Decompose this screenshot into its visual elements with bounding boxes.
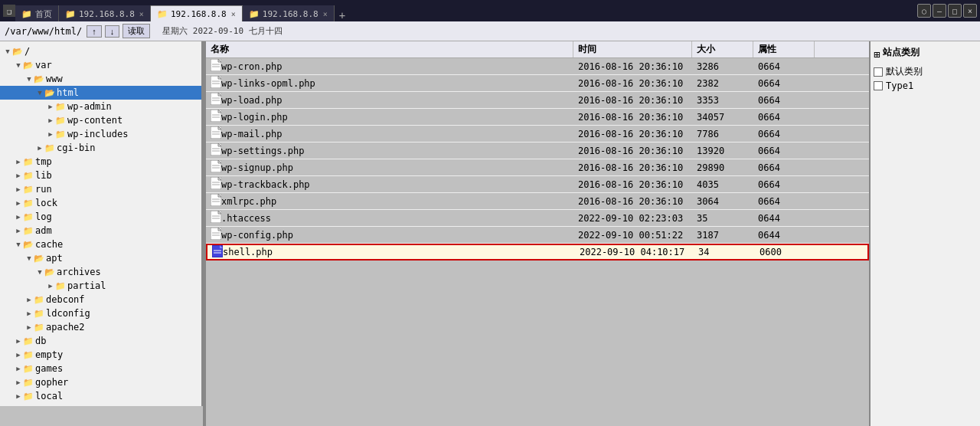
tree-item-partial[interactable]: ▶📁partial — [0, 279, 201, 293]
maximize-button[interactable]: — — [933, 4, 946, 18]
nav-up-button[interactable]: ↑ — [87, 25, 102, 38]
expand-icon[interactable]: ▶ — [14, 212, 23, 221]
expand-icon[interactable]: ▼ — [24, 254, 34, 263]
tree-item-apache2[interactable]: ▶📁apache2 — [0, 320, 201, 334]
expand-icon[interactable]: ▶ — [14, 157, 23, 166]
tree-item-db[interactable]: ▶📁db — [0, 334, 201, 348]
expand-icon[interactable]: ▶ — [46, 102, 55, 111]
tree-item-local[interactable]: ▶📁local — [0, 389, 201, 403]
tab-ip2-close[interactable]: × — [231, 10, 236, 18]
tree-item-lock[interactable]: ▶📁lock — [0, 196, 201, 210]
file-row-wp-signup-php[interactable]: wp-signup.php2016-08-16 20:36:1029890066… — [206, 159, 869, 176]
tree-item-empty[interactable]: ▶📁empty — [0, 348, 201, 362]
tree-item-debconf[interactable]: ▶📁debconf — [0, 293, 201, 306]
expand-icon[interactable]: ▶ — [14, 171, 23, 180]
file-name-cell: wp-load.php — [206, 92, 573, 108]
expand-icon[interactable]: ▼ — [3, 47, 12, 56]
sidebar-item-Type1[interactable]: Type1 — [874, 80, 977, 91]
folder-icon: 📁 — [23, 349, 34, 360]
file-row-wp-links-opml-php[interactable]: wp-links-opml.php2016-08-16 20:36:102382… — [206, 75, 869, 92]
expand-icon[interactable]: ▶ — [24, 295, 34, 304]
tree-item-lib[interactable]: ▶📁lib — [0, 169, 201, 182]
tree-item-wp-includes[interactable]: ▶📁wp-includes — [0, 127, 201, 141]
tree-item-wp-content[interactable]: ▶📁wp-content — [0, 113, 201, 127]
tab-ip1-close[interactable]: × — [139, 10, 144, 18]
tree-item-ldconfig[interactable]: ▶📁ldconfig — [0, 306, 201, 320]
folder-icon: 📁 — [23, 363, 34, 374]
file-size-cell: 3353 — [692, 92, 753, 108]
expand-icon[interactable]: ▶ — [14, 364, 23, 373]
sidebar-checkbox[interactable] — [874, 67, 883, 77]
tree-label: tmp — [35, 156, 52, 167]
tree-item-var[interactable]: ▼📂var — [0, 58, 201, 72]
file-row-wp-login-php[interactable]: wp-login.php2016-08-16 20:36:10340570664 — [206, 109, 869, 126]
expand-icon[interactable]: ▶ — [24, 309, 34, 318]
tree-item-wp-admin[interactable]: ▶📁wp-admin — [0, 100, 201, 113]
tree-item-www[interactable]: ▼📂www — [0, 72, 201, 86]
close-button[interactable]: × — [963, 4, 977, 18]
tab-ip3-close[interactable]: × — [323, 10, 328, 18]
tree-label: cache — [35, 239, 63, 250]
file-size-cell: 34 — [694, 245, 755, 259]
tree-item-cache[interactable]: ▼📂cache — [0, 238, 201, 251]
tab-ip1[interactable]: 📁192.168.8.8× — [59, 5, 151, 21]
expand-icon[interactable]: ▶ — [14, 198, 23, 208]
tree-item-adm[interactable]: ▶📁adm — [0, 224, 201, 238]
file-time-cell: 2016-08-16 20:36:10 — [573, 159, 692, 175]
file-row-wp-config-php[interactable]: wp-config.php2022-09-10 00:51:2231870644 — [206, 227, 869, 244]
tree-item-cgi-bin[interactable]: ▶📁cgi-bin — [0, 141, 201, 155]
file-row-wp-mail-php[interactable]: wp-mail.php2016-08-16 20:36:1077860664 — [206, 126, 869, 143]
file-row--htaccess[interactable]: .htaccess2022-09-10 02:23:03350644 — [206, 210, 869, 227]
tree-item--[interactable]: ▼📂/ — [0, 44, 201, 58]
expand-icon[interactable]: ▼ — [14, 240, 23, 249]
expand-icon[interactable]: ▼ — [35, 267, 44, 277]
expand-icon[interactable]: ▶ — [14, 378, 23, 387]
restore-button[interactable]: □ — [948, 4, 962, 18]
tree-item-html[interactable]: ▼📂html — [0, 86, 201, 100]
file-size-cell: 3286 — [692, 58, 753, 74]
expand-icon[interactable]: ▶ — [46, 281, 55, 290]
expand-icon[interactable]: ▶ — [14, 392, 23, 401]
sidebar-checkbox[interactable] — [874, 81, 883, 90]
expand-icon[interactable]: ▶ — [14, 226, 23, 235]
tree-item-archives[interactable]: ▼📂archives — [0, 265, 201, 279]
tree-item-gopher[interactable]: ▶📁gopher — [0, 375, 201, 389]
sidebar-item-默认类别[interactable]: 默认类别 — [874, 65, 977, 78]
add-tab-button[interactable]: + — [335, 9, 350, 21]
tab-home[interactable]: 📁首页 — [15, 5, 59, 21]
folder-icon: 📂 — [44, 267, 55, 277]
tab-ip3[interactable]: 📁192.168.8.8× — [243, 5, 335, 21]
tree-item-tmp[interactable]: ▶📁tmp — [0, 155, 201, 169]
file-row-wp-cron-php[interactable]: wp-cron.php2016-08-16 20:36:1032860664 — [206, 58, 869, 75]
file-size-cell: 13920 — [692, 143, 753, 159]
folder-icon: 📁 — [34, 308, 44, 319]
expand-icon[interactable]: ▶ — [35, 143, 44, 152]
tree-item-games[interactable]: ▶📁games — [0, 362, 201, 375]
file-size-cell: 35 — [692, 210, 753, 226]
expand-icon[interactable]: ▼ — [35, 88, 44, 97]
right-content: 名称 时间 大小 属性 wp-cron.php2016-08-16 20:36:… — [206, 41, 869, 426]
tree-item-apt[interactable]: ▼📂apt — [0, 251, 201, 265]
expand-icon[interactable]: ▶ — [14, 336, 23, 346]
file-row-wp-trackback-php[interactable]: wp-trackback.php2016-08-16 20:36:1040350… — [206, 176, 869, 193]
tree-item-log[interactable]: ▶📁log — [0, 210, 201, 224]
tab-ip2[interactable]: 📁192.168.8.8× — [151, 5, 243, 21]
expand-icon[interactable]: ▶ — [46, 116, 55, 125]
file-row-shell-php[interactable]: shell.php2022-09-10 04:10:17340600 — [206, 244, 869, 261]
expand-icon[interactable]: ▼ — [24, 74, 34, 84]
file-row-xmlrpc-php[interactable]: xmlrpc.php2016-08-16 20:36:1030640664 — [206, 193, 869, 210]
file-row-wp-settings-php[interactable]: wp-settings.php2016-08-16 20:36:10139200… — [206, 143, 869, 159]
read-button[interactable]: 读取 — [122, 24, 150, 38]
nav-down-button[interactable]: ↓ — [105, 25, 120, 38]
expand-icon[interactable]: ▼ — [14, 61, 23, 70]
file-time-cell: 2022-09-10 04:10:17 — [575, 245, 694, 259]
tree-item-run[interactable]: ▶📁run — [0, 182, 201, 196]
folder-icon: 📁 — [23, 170, 34, 181]
file-time-cell: 2022-09-10 00:51:22 — [573, 227, 692, 243]
expand-icon[interactable]: ▶ — [14, 350, 23, 359]
expand-icon[interactable]: ▶ — [46, 129, 55, 139]
expand-icon[interactable]: ▶ — [14, 185, 23, 194]
minimize-button[interactable]: ○ — [917, 4, 931, 18]
file-row-wp-load-php[interactable]: wp-load.php2016-08-16 20:36:1033530664 — [206, 92, 869, 109]
expand-icon[interactable]: ▶ — [24, 323, 34, 332]
